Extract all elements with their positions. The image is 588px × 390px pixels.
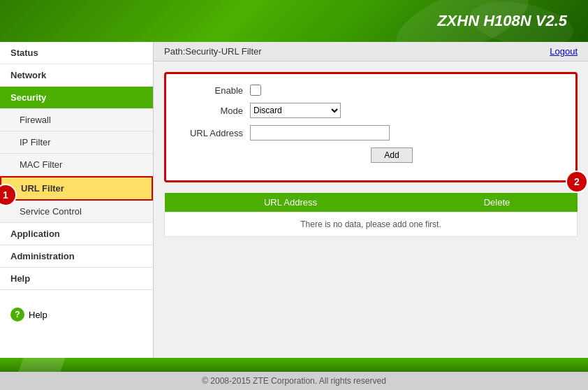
mode-select[interactable]: Discard Allow: [250, 103, 341, 118]
sidebar-item-url-filter[interactable]: URL Filter: [0, 176, 153, 201]
device-title: ZXHN H108N V2.5: [437, 12, 567, 30]
green-stripe: [0, 358, 588, 372]
sidebar-item-service-control[interactable]: Service Control: [0, 201, 153, 223]
logout-link[interactable]: Logout: [550, 46, 578, 57]
enable-label: Enable: [180, 85, 250, 96]
sidebar-item-application[interactable]: Application: [0, 223, 153, 245]
url-address-row: URL Address: [180, 125, 561, 140]
add-button[interactable]: Add: [371, 147, 412, 163]
top-header: ZXHN H108N V2.5: [0, 0, 588, 42]
path-text: Path:Security-URL Filter: [164, 46, 262, 57]
footer-copyright: © 2008-2015 ZTE Corporation. All rights …: [198, 372, 390, 390]
form-panel: Enable Mode Discard Allow URL Address: [164, 72, 578, 182]
mode-label: Mode: [180, 106, 250, 116]
no-data-message: There is no data, please add one first.: [165, 212, 578, 237]
sidebar-item-status[interactable]: Status: [0, 42, 153, 64]
main-area: Status Network Security Firewall IP Filt…: [0, 42, 588, 358]
sidebar-item-firewall[interactable]: Firewall: [0, 109, 153, 131]
sidebar-item-mac-filter[interactable]: MAC Filter: [0, 154, 153, 176]
sidebar-help-section: ? Help: [0, 297, 153, 332]
bottom-section: © 2008-2015 ZTE Corporation. All rights …: [0, 358, 588, 390]
url-address-input[interactable]: [250, 125, 390, 140]
enable-row: Enable: [180, 85, 561, 96]
help-label[interactable]: Help: [29, 310, 47, 320]
url-filter-wrapper: URL Filter 1: [0, 176, 153, 201]
sidebar-item-ip-filter[interactable]: IP Filter: [0, 131, 153, 154]
sidebar-item-security[interactable]: Security: [0, 87, 153, 109]
content-area: Path:Security-URL Filter Logout Enable M…: [154, 42, 588, 358]
sidebar-item-administration[interactable]: Administration: [0, 245, 153, 268]
col-url-address: URL Address: [165, 193, 417, 212]
url-address-label: URL Address: [180, 128, 250, 138]
help-icon[interactable]: ?: [10, 308, 24, 322]
no-data-row: There is no data, please add one first.: [165, 212, 578, 237]
url-filter-table: URL Address Delete There is no data, ple…: [164, 193, 578, 237]
col-delete: Delete: [417, 193, 578, 212]
sidebar: Status Network Security Firewall IP Filt…: [0, 42, 154, 358]
sidebar-item-help[interactable]: Help: [0, 268, 153, 290]
path-bar: Path:Security-URL Filter Logout: [154, 42, 588, 62]
sidebar-item-network[interactable]: Network: [0, 64, 153, 87]
add-button-row: Add: [180, 147, 561, 163]
annotation-2-circle: 2: [566, 171, 588, 193]
enable-checkbox[interactable]: [250, 85, 261, 96]
table-header-row: URL Address Delete: [165, 193, 578, 212]
outer-frame: ZXHN H108N V2.5 Status Network Security …: [0, 0, 588, 390]
mode-row: Mode Discard Allow: [180, 103, 561, 118]
